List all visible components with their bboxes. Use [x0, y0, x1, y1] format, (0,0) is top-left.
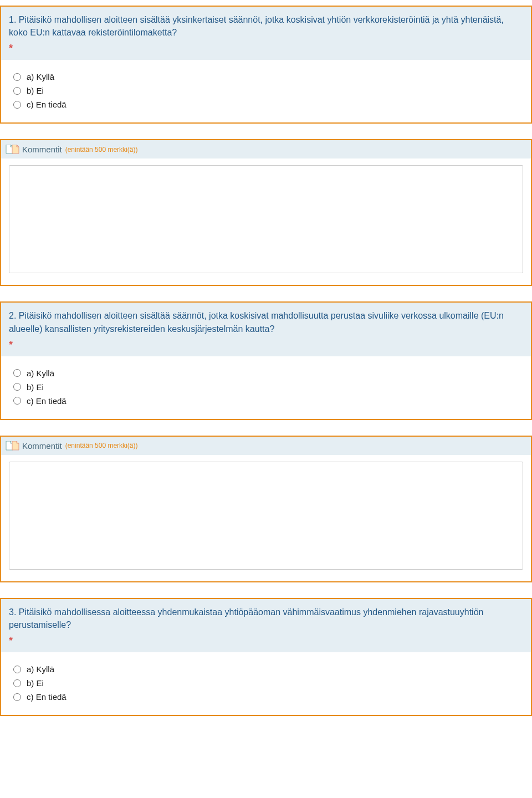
question-header: 3. Pitäisikö mahdollisessa aloitteessa y… — [1, 599, 531, 652]
option-label: a) Kyllä — [27, 72, 54, 81]
question-text: 3. Pitäisikö mahdollisessa aloitteessa y… — [9, 607, 483, 630]
doc-icons — [6, 441, 18, 451]
radio-a[interactable] — [13, 369, 21, 377]
option-b[interactable]: b) Ei — [13, 382, 519, 392]
radio-b[interactable] — [13, 679, 21, 687]
radio-a[interactable] — [13, 73, 21, 81]
question-block-1: 1. Pitäisikö mahdollisen aloitteen sisäl… — [0, 6, 532, 124]
comment-hint: (enintään 500 merkki(ä)) — [65, 146, 138, 154]
option-c[interactable]: c) En tiedä — [13, 396, 519, 406]
question-block-2: 2. Pitäisikö mahdollisen aloitteen sisäl… — [0, 301, 532, 420]
radio-c[interactable] — [13, 101, 21, 109]
radio-c[interactable] — [13, 693, 21, 701]
required-marker: * — [9, 41, 523, 55]
doc-icons — [6, 145, 18, 154]
comment-input[interactable] — [9, 462, 523, 570]
option-label: a) Kyllä — [27, 369, 54, 378]
option-c[interactable]: c) En tiedä — [13, 100, 519, 109]
document-icon — [12, 145, 19, 154]
textarea-wrap — [1, 158, 531, 285]
question-header: 2. Pitäisikö mahdollisen aloitteen sisäl… — [1, 303, 531, 356]
comment-hint: (enintään 500 merkki(ä)) — [65, 442, 138, 449]
option-c[interactable]: c) En tiedä — [13, 692, 519, 702]
option-label: b) Ei — [27, 678, 44, 688]
comment-block-1: Kommentit (enintään 500 merkki(ä)) — [0, 139, 532, 286]
option-label: c) En tiedä — [27, 396, 66, 406]
option-a[interactable]: a) Kyllä — [13, 664, 519, 674]
comment-block-2: Kommentit (enintään 500 merkki(ä)) — [0, 436, 532, 582]
option-label: b) Ei — [27, 382, 44, 392]
options-group: a) Kyllä b) Ei c) En tiedä — [1, 356, 531, 419]
options-group: a) Kyllä b) Ei c) En tiedä — [1, 652, 531, 715]
radio-b[interactable] — [13, 383, 21, 391]
required-marker: * — [9, 633, 523, 648]
comment-title: Kommentit — [22, 145, 62, 154]
radio-a[interactable] — [13, 666, 21, 673]
radio-b[interactable] — [13, 87, 21, 95]
question-text: 2. Pitäisikö mahdollisen aloitteen sisäl… — [9, 311, 504, 333]
option-a[interactable]: a) Kyllä — [13, 369, 519, 378]
option-label: b) Ei — [27, 86, 44, 95]
comment-header: Kommentit (enintään 500 merkki(ä)) — [1, 437, 531, 455]
options-group: a) Kyllä b) Ei c) En tiedä — [1, 60, 531, 122]
comment-input[interactable] — [9, 165, 523, 273]
comment-title: Kommentit — [22, 441, 62, 451]
document-icon — [12, 441, 19, 451]
radio-c[interactable] — [13, 397, 21, 405]
textarea-wrap — [1, 455, 531, 581]
option-label: c) En tiedä — [27, 692, 66, 702]
option-a[interactable]: a) Kyllä — [13, 72, 519, 81]
question-text: 1. Pitäisikö mahdollisen aloitteen sisäl… — [9, 15, 504, 37]
option-b[interactable]: b) Ei — [13, 678, 519, 688]
question-block-3: 3. Pitäisikö mahdollisessa aloitteessa y… — [0, 598, 532, 716]
comment-header: Kommentit (enintään 500 merkki(ä)) — [1, 140, 531, 158]
required-marker: * — [9, 337, 523, 352]
question-header: 1. Pitäisikö mahdollisen aloitteen sisäl… — [1, 7, 531, 60]
option-b[interactable]: b) Ei — [13, 86, 519, 95]
option-label: c) En tiedä — [27, 100, 66, 109]
option-label: a) Kyllä — [27, 664, 54, 674]
